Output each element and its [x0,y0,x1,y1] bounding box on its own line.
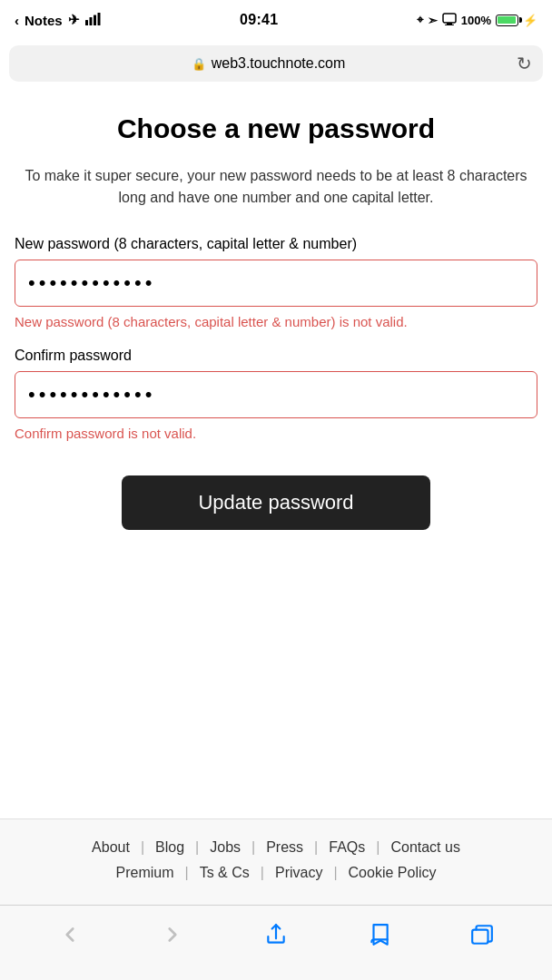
status-time: 09:41 [240,12,278,28]
footer: About | Blog | Jobs | Press | FAQs | Con… [0,818,552,905]
status-right: ⌖ ➣ 100% ⚡ [417,13,537,28]
nav-bar [0,905,552,980]
confirm-password-group: Confirm password Confirm password is not… [15,348,537,443]
update-btn-wrap: Update password [15,475,537,530]
svg-rect-4 [443,14,456,23]
battery-percent: 100% [461,14,491,27]
footer-row-1: About | Blog | Jobs | Press | FAQs | Con… [15,839,537,856]
screen-mirror-icon [442,13,457,28]
url-area: 🔒 web3.touchnote.com [20,55,517,72]
new-password-label: New password (8 characters, capital lett… [15,236,537,252]
battery-icon [496,15,518,26]
refresh-button[interactable]: ↻ [517,53,532,74]
page-description: To make it super secure, your new passwo… [15,165,537,209]
footer-link-faqs[interactable]: FAQs [318,839,376,856]
confirm-password-input[interactable] [15,371,537,418]
new-password-error: New password (8 characters, capital lett… [15,312,537,331]
location-icon: ⌖ [417,13,423,27]
charging-icon: ⚡ [523,14,537,27]
lock-icon: 🔒 [192,57,206,71]
airplane-icon: ✈ [68,12,80,28]
footer-link-ts-cs[interactable]: Ts & Cs [189,865,261,881]
update-password-button[interactable]: Update password [122,475,430,530]
main-content: Choose a new password To make it super s… [0,87,552,818]
share-button[interactable] [246,916,306,954]
back-button[interactable] [40,916,100,954]
confirm-password-error: Confirm password is not valid. [15,424,537,443]
bookmarks-button[interactable] [350,916,409,954]
new-password-input[interactable] [15,260,537,307]
forward-button[interactable] [143,916,202,954]
browser-bar[interactable]: 🔒 web3.touchnote.com ↻ [9,45,543,82]
svg-rect-0 [85,20,88,25]
app-name: Notes [25,13,63,28]
footer-row-2: Premium | Ts & Cs | Privacy | Cookie Pol… [15,865,537,881]
footer-link-jobs[interactable]: Jobs [199,839,251,856]
page-title: Choose a new password [15,113,537,145]
confirm-password-label: Confirm password [15,348,537,364]
svg-rect-6 [445,24,454,25]
footer-link-premium[interactable]: Premium [105,865,185,881]
signal-icon [85,13,102,28]
back-arrow-icon: ‹ [15,13,19,28]
compass-icon: ➣ [428,14,438,27]
svg-rect-5 [447,23,452,24]
footer-link-cookie[interactable]: Cookie Policy [338,865,448,881]
url-text: web3.touchnote.com [212,55,346,72]
svg-rect-1 [89,17,92,25]
svg-rect-2 [94,15,96,25]
footer-link-contact[interactable]: Contact us [380,839,470,856]
footer-link-privacy[interactable]: Privacy [264,865,333,881]
new-password-group: New password (8 characters, capital lett… [15,236,537,331]
footer-link-about[interactable]: About [81,839,141,856]
footer-link-blog[interactable]: Blog [144,839,195,856]
status-bar: ‹ Notes ✈ 09:41 ⌖ ➣ 100% ⚡ [0,0,552,40]
svg-rect-8 [472,930,488,944]
svg-rect-3 [97,13,100,25]
footer-link-press[interactable]: Press [255,839,314,856]
status-left: ‹ Notes ✈ [15,12,102,28]
tabs-button[interactable] [452,916,512,954]
